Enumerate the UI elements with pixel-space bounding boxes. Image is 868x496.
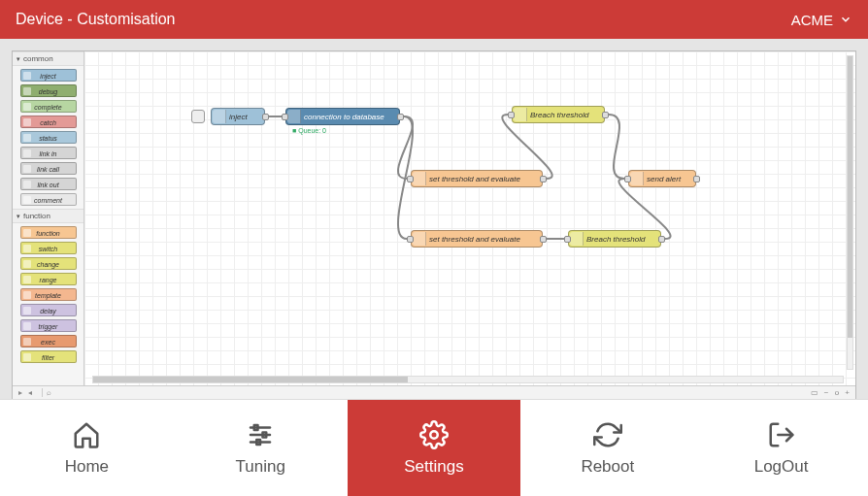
flow-wires [84, 51, 855, 385]
flow-node-label: connection to database [304, 113, 384, 121]
flow-node-bt1[interactable]: Breach threshold [512, 106, 605, 123]
nav-label: Tuning [236, 457, 285, 477]
palette-item-inject[interactable]: inject [20, 69, 77, 82]
palette-item-range[interactable]: range [20, 273, 77, 285]
nav-reboot[interactable]: Reboot [520, 400, 694, 496]
flow-node-inject[interactable]: inject [211, 108, 265, 125]
palette-item-catch[interactable]: catch [20, 116, 77, 128]
statusbar-left: ▸ ◂ ⌕ [17, 388, 53, 397]
flow-editor: commoninjectdebugcompletecatchstatuslink… [12, 50, 856, 400]
inject-trigger-button[interactable] [191, 110, 205, 123]
palette-item-change[interactable]: change [20, 257, 77, 270]
flow-node-db[interactable]: connection to database [285, 108, 400, 125]
nav-home[interactable]: Home [0, 400, 174, 496]
palette-item-trigger[interactable]: trigger [20, 319, 77, 332]
port-out[interactable] [540, 236, 547, 243]
port-out[interactable] [540, 176, 547, 182]
port-out[interactable] [262, 114, 269, 120]
palette-item-status[interactable]: status [20, 131, 77, 144]
port-in[interactable] [564, 236, 571, 243]
nav-tuning[interactable]: Tuning [174, 400, 348, 496]
palette-item-comment[interactable]: comment [20, 193, 77, 206]
zoom-in-icon[interactable]: + [845, 388, 850, 397]
gear-icon [419, 420, 449, 449]
flow-node-eval2[interactable]: set threshold and evaluate [411, 230, 543, 248]
refresh-icon [593, 420, 622, 449]
flow-node-label: set threshold and evaluate [429, 175, 520, 183]
palette-item-complete[interactable]: complete [20, 100, 77, 113]
svg-point-6 [430, 431, 438, 439]
port-in[interactable] [624, 176, 631, 182]
view-list-icon[interactable]: ▭ [811, 388, 818, 397]
zoom-reset-icon[interactable]: o [835, 388, 839, 397]
node-palette: commoninjectdebugcompletecatchstatuslink… [13, 51, 84, 399]
hscroll-thumb[interactable] [93, 377, 408, 382]
logout-icon [767, 420, 796, 449]
nav-label: Settings [404, 457, 463, 477]
port-out[interactable] [658, 236, 665, 243]
sliders-icon [246, 420, 275, 449]
port-out[interactable] [693, 176, 700, 182]
flow-node-label: Breach threshold [530, 111, 588, 119]
vscroll-thumb[interactable] [848, 56, 852, 338]
port-in[interactable] [282, 114, 288, 120]
palette-item-template[interactable]: template [20, 288, 77, 301]
home-icon [72, 420, 101, 449]
editor-area: commoninjectdebugcompletecatchstatuslink… [0, 39, 868, 399]
port-in[interactable] [508, 112, 515, 118]
palette-item-filter[interactable]: filter [20, 350, 77, 363]
org-name: ACME [791, 12, 833, 28]
editor-statusbar: ▸ ◂ ⌕ ▭ − o + [13, 385, 855, 399]
app-header: Device - Customisation ACME [0, 0, 868, 39]
palette-group-common[interactable]: common [13, 51, 83, 66]
flow-canvas[interactable]: ■ Queue: 0 injectconnection to databaseB… [84, 51, 855, 385]
queue-status: ■ Queue: 0 [292, 127, 326, 134]
port-out[interactable] [602, 112, 609, 118]
nav-label: Home [65, 457, 109, 477]
nav-next-icon[interactable]: ◂ [28, 388, 32, 397]
palette-item-switch[interactable]: switch [20, 242, 77, 254]
port-in[interactable] [407, 236, 414, 243]
flow-node-label: inject [229, 113, 248, 121]
flow-node-alert[interactable]: send alert [628, 170, 696, 187]
vertical-scrollbar[interactable] [847, 55, 853, 370]
flow-node-label: Breach threshold [586, 235, 645, 244]
chevron-down-icon [839, 13, 852, 26]
palette-item-delay[interactable]: delay [20, 304, 77, 316]
palette-item-debug[interactable]: debug [20, 84, 77, 97]
horizontal-scrollbar[interactable] [92, 376, 844, 383]
org-switcher[interactable]: ACME [791, 12, 852, 28]
palette-group-function[interactable]: function [13, 209, 83, 223]
palette-item-link-out[interactable]: link out [20, 178, 77, 190]
page-title: Device - Customisation [16, 11, 176, 28]
flow-node-label: send alert [647, 175, 681, 183]
palette-item-exec[interactable]: exec [20, 335, 77, 347]
flow-node-bt2[interactable]: Breach threshold [568, 230, 661, 248]
nav-settings[interactable]: Settings [348, 400, 521, 496]
nav-label: Reboot [581, 457, 634, 477]
bottom-nav: HomeTuningSettingsRebootLogOut [0, 399, 868, 496]
search-icon[interactable]: ⌕ [42, 388, 51, 397]
statusbar-right: ▭ − o + [809, 388, 852, 397]
palette-item-link-in[interactable]: link in [20, 147, 77, 159]
palette-item-function[interactable]: function [20, 226, 77, 239]
nav-prev-icon[interactable]: ▸ [18, 388, 22, 397]
nav-label: LogOut [754, 457, 809, 477]
nav-logout[interactable]: LogOut [694, 400, 868, 496]
flow-node-label: set threshold and evaluate [429, 235, 520, 244]
flow-node-eval1[interactable]: set threshold and evaluate [411, 170, 543, 187]
palette-item-link-call[interactable]: link call [20, 162, 77, 175]
port-out[interactable] [397, 114, 404, 120]
port-in[interactable] [407, 176, 414, 182]
zoom-out-icon[interactable]: − [824, 388, 829, 397]
